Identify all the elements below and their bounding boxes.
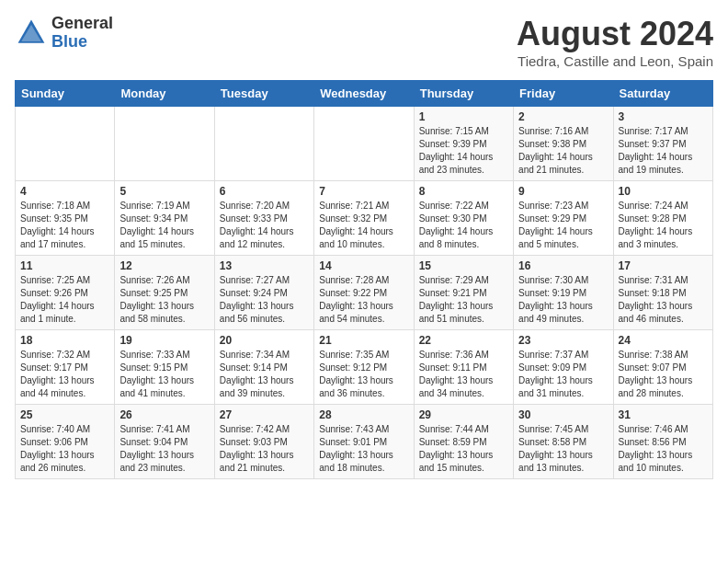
calendar-cell: 6Sunrise: 7:20 AM Sunset: 9:33 PM Daylig… xyxy=(214,181,313,256)
day-number: 2 xyxy=(518,110,608,123)
weekday-header: Tuesday xyxy=(214,81,313,107)
calendar-cell: 4Sunrise: 7:18 AM Sunset: 9:35 PM Daylig… xyxy=(16,181,115,256)
day-number: 3 xyxy=(619,110,708,123)
calendar-cell: 30Sunrise: 7:45 AM Sunset: 8:58 PM Dayli… xyxy=(514,405,613,479)
calendar-week-row: 25Sunrise: 7:40 AM Sunset: 9:06 PM Dayli… xyxy=(16,405,713,479)
calendar-week-row: 11Sunrise: 7:25 AM Sunset: 9:26 PM Dayli… xyxy=(16,256,713,330)
day-number: 11 xyxy=(20,259,109,272)
day-info: Sunrise: 7:26 AM Sunset: 9:25 PM Dayligh… xyxy=(119,274,209,326)
day-info: Sunrise: 7:17 AM Sunset: 9:37 PM Dayligh… xyxy=(619,125,708,177)
calendar-cell: 12Sunrise: 7:26 AM Sunset: 9:25 PM Dayli… xyxy=(115,256,214,330)
day-number: 6 xyxy=(220,185,309,198)
calendar-cell: 3Sunrise: 7:17 AM Sunset: 9:37 PM Daylig… xyxy=(613,107,712,181)
day-info: Sunrise: 7:16 AM Sunset: 9:38 PM Dayligh… xyxy=(518,125,608,177)
day-number: 21 xyxy=(319,334,408,347)
day-number: 1 xyxy=(419,110,508,123)
weekday-header: Saturday xyxy=(613,81,712,107)
day-info: Sunrise: 7:43 AM Sunset: 9:01 PM Dayligh… xyxy=(319,423,408,475)
day-info: Sunrise: 7:34 AM Sunset: 9:14 PM Dayligh… xyxy=(220,349,309,400)
calendar-cell: 26Sunrise: 7:41 AM Sunset: 9:04 PM Dayli… xyxy=(115,405,214,479)
day-info: Sunrise: 7:35 AM Sunset: 9:12 PM Dayligh… xyxy=(319,349,408,400)
day-info: Sunrise: 7:25 AM Sunset: 9:26 PM Dayligh… xyxy=(20,274,109,326)
day-info: Sunrise: 7:46 AM Sunset: 8:56 PM Dayligh… xyxy=(619,423,708,475)
calendar-cell: 14Sunrise: 7:28 AM Sunset: 9:22 PM Dayli… xyxy=(314,256,414,330)
day-number: 20 xyxy=(220,334,309,347)
weekday-header-row: SundayMondayTuesdayWednesdayThursdayFrid… xyxy=(16,81,713,107)
calendar-cell: 17Sunrise: 7:31 AM Sunset: 9:18 PM Dayli… xyxy=(613,256,712,330)
calendar-cell: 22Sunrise: 7:36 AM Sunset: 9:11 PM Dayli… xyxy=(414,330,513,405)
day-number: 24 xyxy=(619,334,708,347)
day-info: Sunrise: 7:23 AM Sunset: 9:29 PM Dayligh… xyxy=(518,200,608,251)
day-info: Sunrise: 7:28 AM Sunset: 9:22 PM Dayligh… xyxy=(319,274,408,326)
day-number: 10 xyxy=(619,185,708,198)
weekday-header: Thursday xyxy=(414,81,513,107)
day-info: Sunrise: 7:38 AM Sunset: 9:07 PM Dayligh… xyxy=(619,349,708,400)
calendar-cell: 9Sunrise: 7:23 AM Sunset: 9:29 PM Daylig… xyxy=(514,181,613,256)
calendar-cell: 18Sunrise: 7:32 AM Sunset: 9:17 PM Dayli… xyxy=(16,330,115,405)
logo: General Blue xyxy=(15,15,113,52)
day-info: Sunrise: 7:18 AM Sunset: 9:35 PM Dayligh… xyxy=(20,200,109,251)
calendar-cell: 13Sunrise: 7:27 AM Sunset: 9:24 PM Dayli… xyxy=(214,256,313,330)
calendar-cell xyxy=(214,107,313,181)
calendar-cell xyxy=(314,107,414,181)
calendar-body: 1Sunrise: 7:15 AM Sunset: 9:39 PM Daylig… xyxy=(16,107,713,479)
day-number: 9 xyxy=(518,185,608,198)
calendar-cell: 24Sunrise: 7:38 AM Sunset: 9:07 PM Dayli… xyxy=(613,330,712,405)
day-number: 28 xyxy=(319,408,408,421)
day-number: 26 xyxy=(119,408,209,421)
logo-general-text: General xyxy=(51,15,113,33)
day-number: 25 xyxy=(20,408,109,421)
day-info: Sunrise: 7:19 AM Sunset: 9:34 PM Dayligh… xyxy=(119,200,209,251)
day-info: Sunrise: 7:30 AM Sunset: 9:19 PM Dayligh… xyxy=(518,274,608,326)
day-number: 5 xyxy=(119,185,209,198)
calendar-cell: 25Sunrise: 7:40 AM Sunset: 9:06 PM Dayli… xyxy=(16,405,115,479)
day-info: Sunrise: 7:41 AM Sunset: 9:04 PM Dayligh… xyxy=(119,423,209,475)
day-number: 7 xyxy=(319,185,408,198)
page-header: General Blue August 2024 Tiedra, Castill… xyxy=(15,15,713,69)
day-number: 17 xyxy=(619,259,708,272)
day-number: 29 xyxy=(419,408,508,421)
calendar-cell: 11Sunrise: 7:25 AM Sunset: 9:26 PM Dayli… xyxy=(16,256,115,330)
weekday-header: Wednesday xyxy=(314,81,414,107)
calendar-cell: 7Sunrise: 7:21 AM Sunset: 9:32 PM Daylig… xyxy=(314,181,414,256)
title-block: August 2024 Tiedra, Castille and Leon, S… xyxy=(517,15,713,69)
day-number: 12 xyxy=(119,259,209,272)
calendar-cell: 31Sunrise: 7:46 AM Sunset: 8:56 PM Dayli… xyxy=(613,405,712,479)
day-info: Sunrise: 7:37 AM Sunset: 9:09 PM Dayligh… xyxy=(518,349,608,400)
weekday-header: Sunday xyxy=(16,81,115,107)
day-info: Sunrise: 7:21 AM Sunset: 9:32 PM Dayligh… xyxy=(319,200,408,251)
calendar-cell: 16Sunrise: 7:30 AM Sunset: 9:19 PM Dayli… xyxy=(514,256,613,330)
day-info: Sunrise: 7:31 AM Sunset: 9:18 PM Dayligh… xyxy=(619,274,708,326)
calendar-week-row: 18Sunrise: 7:32 AM Sunset: 9:17 PM Dayli… xyxy=(16,330,713,405)
weekday-header: Monday xyxy=(115,81,214,107)
day-number: 8 xyxy=(419,185,508,198)
calendar-cell: 2Sunrise: 7:16 AM Sunset: 9:38 PM Daylig… xyxy=(514,107,613,181)
day-number: 31 xyxy=(619,408,708,421)
calendar-table: SundayMondayTuesdayWednesdayThursdayFrid… xyxy=(15,80,713,479)
day-info: Sunrise: 7:24 AM Sunset: 9:28 PM Dayligh… xyxy=(619,200,708,251)
calendar-week-row: 1Sunrise: 7:15 AM Sunset: 9:39 PM Daylig… xyxy=(16,107,713,181)
calendar-cell: 15Sunrise: 7:29 AM Sunset: 9:21 PM Dayli… xyxy=(414,256,513,330)
logo-icon xyxy=(15,17,48,50)
day-number: 22 xyxy=(419,334,508,347)
day-number: 18 xyxy=(20,334,109,347)
day-number: 13 xyxy=(220,259,309,272)
calendar-title: August 2024 xyxy=(517,15,713,53)
day-number: 15 xyxy=(419,259,508,272)
calendar-cell: 27Sunrise: 7:42 AM Sunset: 9:03 PM Dayli… xyxy=(214,405,313,479)
calendar-cell: 21Sunrise: 7:35 AM Sunset: 9:12 PM Dayli… xyxy=(314,330,414,405)
day-number: 30 xyxy=(518,408,608,421)
day-info: Sunrise: 7:42 AM Sunset: 9:03 PM Dayligh… xyxy=(220,423,309,475)
day-info: Sunrise: 7:45 AM Sunset: 8:58 PM Dayligh… xyxy=(518,423,608,475)
calendar-week-row: 4Sunrise: 7:18 AM Sunset: 9:35 PM Daylig… xyxy=(16,181,713,256)
calendar-cell: 20Sunrise: 7:34 AM Sunset: 9:14 PM Dayli… xyxy=(214,330,313,405)
logo-blue-text: Blue xyxy=(51,33,113,52)
day-info: Sunrise: 7:32 AM Sunset: 9:17 PM Dayligh… xyxy=(20,349,109,400)
day-number: 16 xyxy=(518,259,608,272)
calendar-cell: 19Sunrise: 7:33 AM Sunset: 9:15 PM Dayli… xyxy=(115,330,214,405)
day-number: 19 xyxy=(119,334,209,347)
weekday-header: Friday xyxy=(514,81,613,107)
calendar-cell: 29Sunrise: 7:44 AM Sunset: 8:59 PM Dayli… xyxy=(414,405,513,479)
calendar-cell: 5Sunrise: 7:19 AM Sunset: 9:34 PM Daylig… xyxy=(115,181,214,256)
day-number: 4 xyxy=(20,185,109,198)
